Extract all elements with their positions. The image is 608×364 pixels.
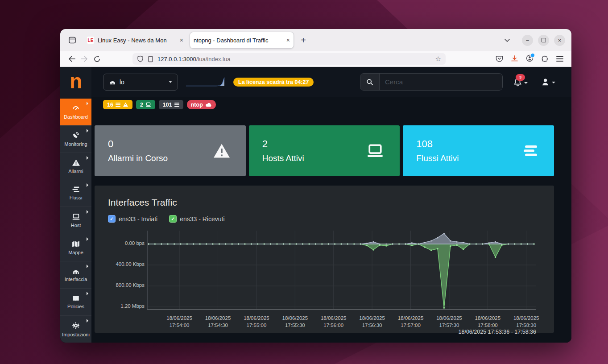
window-controls: − ×	[522, 35, 565, 46]
sidebar-item-allarmi[interactable]: Allarmi	[60, 153, 91, 180]
tab-linux-easy[interactable]: LE Linux Easy - News da Mon ×	[83, 32, 187, 48]
ntopng-main: lo La licenza scadrà tra 04:27 3	[91, 67, 571, 343]
chevron-down-icon	[552, 82, 555, 83]
url-path: /lua/index.lua	[196, 56, 231, 62]
user-menu-button[interactable]	[541, 78, 555, 86]
checkbox-checked-icon[interactable]: ✓	[169, 215, 177, 223]
alerts-count-badge[interactable]: 16	[103, 100, 132, 109]
sidebar-item-interfaccia[interactable]: Interfaccia	[60, 261, 91, 288]
tab-ntopng[interactable]: ntopng - Dashboard di Traffic ×	[190, 32, 294, 49]
badge-value: 2	[140, 102, 143, 108]
page-info-icon[interactable]	[148, 56, 153, 62]
x-axis-ticks: 18/06/202517:54:0018/06/202517:54:3018/0…	[147, 313, 541, 329]
ethernet-icon	[109, 79, 116, 85]
warning-triangle-icon	[123, 102, 128, 107]
bookmark-star-icon[interactable]: ☆	[435, 55, 441, 63]
url-bar[interactable]: 127.0.0.1:3000/lua/index.lua ☆	[132, 53, 446, 65]
sidebar-item-monitoring[interactable]: Monitoring	[60, 125, 91, 153]
close-button[interactable]: ×	[554, 35, 565, 46]
tab-favicon: LE	[87, 37, 94, 44]
maximize-button[interactable]	[538, 35, 549, 46]
chevron-right-icon	[87, 183, 88, 187]
sidebar-item-flussi[interactable]: Flussi	[60, 180, 91, 207]
firefox-view-icon[interactable]	[65, 33, 80, 48]
traffic-chart-plot[interactable]	[147, 231, 536, 311]
hosts-count-badge[interactable]: 2	[136, 100, 155, 109]
sidebar-item-mappe[interactable]: Mappe	[60, 234, 91, 261]
card-value: 0	[108, 138, 168, 150]
back-icon[interactable]	[66, 53, 78, 65]
shield-icon[interactable]	[137, 55, 144, 62]
search-input[interactable]	[380, 74, 502, 90]
y-axis-label: 800.00 Kbps	[108, 282, 145, 288]
sidebar-item-dashboard[interactable]: Dashboard	[60, 99, 91, 125]
ntop-cloud-badge[interactable]: ntop	[187, 100, 216, 109]
search-box[interactable]	[360, 73, 503, 91]
tab-close-icon[interactable]: ×	[180, 37, 183, 43]
sidebar-item-impostazioni[interactable]: Impostazioni	[60, 315, 91, 343]
chevron-down-icon	[169, 81, 172, 83]
search-icon[interactable]	[360, 74, 380, 90]
legend-item-inviati[interactable]: ✓ ens33 - Inviati	[108, 215, 157, 223]
laptop-icon	[145, 102, 151, 107]
traffic-chart[interactable]: 0.00 bps400.00 Kbps800.00 Kbps1.20 Mbps	[108, 231, 541, 313]
chevron-right-icon	[87, 156, 88, 160]
desktop-wallpaper: LE Linux Easy - News da Mon × ntopng - D…	[0, 0, 608, 364]
legend-item-ricevuti[interactable]: ✓ ens33 - Ricevuti	[169, 215, 224, 223]
sidebar-item-host[interactable]: Host	[60, 207, 91, 234]
interface-select[interactable]: lo	[103, 74, 178, 91]
chevron-right-icon	[87, 129, 88, 132]
stream-icon	[522, 144, 539, 157]
card-value: 108	[416, 138, 459, 150]
x-axis-label: 18/06/202517:58:30	[500, 315, 553, 329]
y-axis-label: 400.00 Kbps	[108, 261, 145, 267]
page-content: n Dashboard Monitoring Allarmi	[60, 67, 571, 343]
list-all-tabs-icon[interactable]	[504, 36, 510, 44]
book-icon	[72, 295, 80, 302]
tab-title: Linux Easy - News da Mon	[98, 37, 177, 44]
badge-value: 16	[107, 102, 113, 108]
sidebar-item-label: Allarmi	[68, 169, 83, 174]
interface-sparkline-chart[interactable]	[185, 76, 225, 88]
card-hosts-attivi[interactable]: 2 Hosts Attivi	[249, 125, 400, 176]
menu-icon[interactable]	[556, 56, 563, 62]
downloads-icon[interactable]	[511, 55, 518, 62]
stat-cards-row: 0 Allarmi in Corso 2 Hosts Attivi	[95, 125, 554, 176]
sidebar-item-label: Flussi	[70, 195, 83, 200]
extensions-icon[interactable]	[541, 55, 549, 63]
chevron-down-icon	[524, 82, 528, 84]
forward-icon[interactable]	[78, 53, 91, 65]
bars-icon	[116, 103, 120, 107]
new-tab-button[interactable]: +	[297, 33, 310, 47]
chevron-right-icon	[87, 237, 88, 241]
sidebar-item-label: Monitoring	[64, 141, 87, 147]
stream-icon	[72, 186, 80, 193]
chart-legend: ✓ ens33 - Inviati ✓ ens33 - Ricevuti	[108, 215, 541, 223]
satellite-dish-icon	[72, 131, 80, 139]
pocket-icon[interactable]	[496, 55, 503, 62]
sidebar-item-label: Impostazioni	[62, 332, 90, 337]
account-icon[interactable]	[526, 54, 534, 64]
sidebar-item-label: Host	[71, 223, 81, 228]
card-label: Flussi Attivi	[416, 153, 459, 163]
minimize-button[interactable]: −	[522, 35, 533, 46]
sidebar-item-policies[interactable]: Policies	[60, 288, 91, 315]
checkbox-checked-icon[interactable]: ✓	[108, 215, 116, 223]
card-value: 2	[262, 138, 304, 150]
notifications-count-badge: 3	[516, 74, 525, 81]
card-label: Hosts Attivi	[262, 153, 304, 163]
legend-label: ens33 - Inviati	[119, 215, 157, 223]
account-notification-dot	[530, 53, 535, 58]
tab-close-icon[interactable]: ×	[286, 37, 290, 43]
sidebar-item-label: Dashboard	[64, 114, 88, 120]
ntopng-topbar: lo La licenza scadrà tra 04:27 3	[91, 67, 571, 97]
notifications-button[interactable]: 3	[513, 78, 528, 87]
ntopng-logo[interactable]: n	[60, 67, 91, 99]
flows-count-badge[interactable]: 101	[159, 100, 183, 109]
card-allarmi-in-corso[interactable]: 0 Allarmi in Corso	[95, 125, 246, 176]
laptop-icon	[72, 213, 80, 220]
interface-select-value: lo	[120, 79, 124, 86]
chevron-right-icon	[87, 292, 88, 295]
card-flussi-attivi[interactable]: 108 Flussi Attivi	[403, 125, 554, 176]
reload-icon[interactable]	[91, 53, 103, 65]
